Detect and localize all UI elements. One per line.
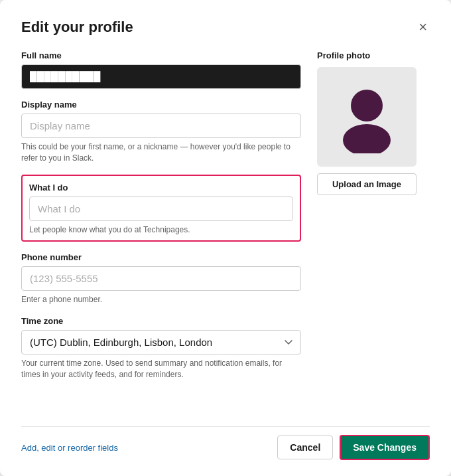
what-i-do-label: What I do (29, 183, 293, 193)
time-zone-label: Time zone (21, 316, 301, 326)
add-fields-link[interactable]: Add, edit or reorder fields (21, 443, 118, 453)
full-name-input[interactable] (21, 64, 301, 89)
modal-body: Full name Display name This could be you… (21, 50, 430, 414)
close-button[interactable]: × (416, 19, 430, 36)
upload-image-button[interactable]: Upload an Image (317, 173, 417, 195)
svg-point-0 (351, 90, 383, 121)
modal-header: Edit your profile × (21, 19, 430, 36)
phone-number-input[interactable] (21, 266, 301, 291)
modal-footer: Add, edit or reorder fields Cancel Save … (21, 426, 430, 460)
full-name-group: Full name (21, 50, 301, 89)
profile-photo-preview (317, 67, 417, 167)
form-column: Full name Display name This could be you… (21, 50, 301, 414)
save-changes-button[interactable]: Save Changes (340, 435, 430, 460)
display-name-hint: This could be your first name, or a nick… (21, 141, 301, 164)
svg-point-1 (343, 124, 391, 153)
time-zone-select[interactable]: (UTC) Dublin, Edinburgh, Lisbon, London … (21, 330, 301, 355)
phone-number-group: Phone number Enter a phone number. (21, 252, 301, 305)
display-name-label: Display name (21, 100, 301, 110)
photo-column: Profile photo Upload an Image (317, 50, 430, 414)
what-i-do-group: What I do Let people know what you do at… (21, 175, 301, 242)
cancel-button[interactable]: Cancel (277, 436, 333, 459)
footer-buttons: Cancel Save Changes (277, 435, 430, 460)
display-name-group: Display name This could be your first na… (21, 100, 301, 164)
edit-profile-modal: Edit your profile × Full name Display na… (0, 0, 451, 476)
time-zone-hint: Your current time zone. Used to send sum… (21, 358, 301, 380)
what-i-do-input[interactable] (29, 197, 293, 221)
avatar-icon (330, 80, 403, 153)
phone-number-label: Phone number (21, 252, 301, 262)
full-name-label: Full name (21, 50, 301, 60)
modal-title: Edit your profile (21, 19, 133, 36)
display-name-input[interactable] (21, 114, 301, 138)
phone-number-hint: Enter a phone number. (21, 294, 301, 305)
time-zone-group: Time zone (UTC) Dublin, Edinburgh, Lisbo… (21, 316, 301, 380)
what-i-do-hint: Let people know what you do at Technipag… (29, 224, 293, 236)
profile-photo-label: Profile photo (317, 50, 370, 60)
